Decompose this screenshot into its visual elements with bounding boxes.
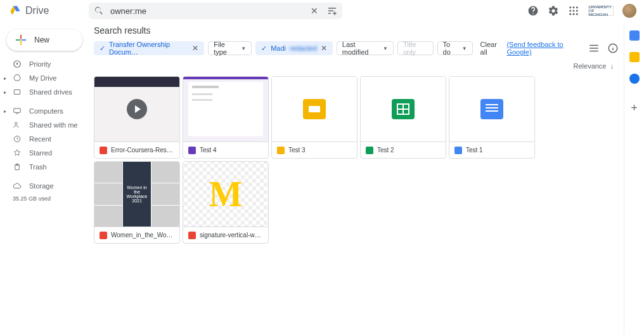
file-card[interactable]: Error-Coursera-Results.we… <box>94 76 180 159</box>
chip-file-type[interactable]: File type ▼ <box>208 41 252 55</box>
file-card[interactable]: Test 3 <box>271 76 357 159</box>
info-icon[interactable] <box>607 43 619 54</box>
side-panel: + <box>624 22 644 335</box>
arrow-down-icon: ↓ <box>610 62 614 70</box>
star-icon <box>13 148 22 157</box>
play-icon <box>127 99 147 119</box>
sort-control[interactable]: Relevance ↓ <box>94 62 619 70</box>
chip-person[interactable]: ✓ Madi redacted ✕ <box>255 41 333 55</box>
remove-chip-icon[interactable]: ✕ <box>321 44 327 53</box>
sidebar: New Priority ▸ My Drive ▸ Shared drives … <box>0 22 89 335</box>
svg-point-8 <box>576 13 578 15</box>
sidebar-item-starred[interactable]: Starred <box>0 146 89 160</box>
storage-used: 35.25 GB used <box>0 195 89 202</box>
chip-title-only[interactable]: Title only <box>397 41 434 55</box>
sidebar-item-shared-drives[interactable]: ▸ Shared drives <box>0 85 89 99</box>
sidebar-item-my-drive[interactable]: ▸ My Drive <box>0 71 89 85</box>
computer-icon <box>13 107 22 115</box>
chip-transfer-ownership[interactable]: ✓ Transfer Ownership Docum… ✕ <box>94 41 204 55</box>
priority-icon <box>13 60 22 69</box>
settings-icon[interactable] <box>548 5 559 16</box>
forms-file-icon <box>188 147 196 154</box>
remove-chip-icon[interactable]: ✕ <box>192 44 198 53</box>
search-input[interactable] <box>110 6 302 16</box>
clear-all-button[interactable]: Clear all <box>480 41 503 56</box>
svg-point-12 <box>15 122 18 125</box>
chevron-down-icon: ▼ <box>462 46 467 51</box>
plus-icon <box>14 33 28 47</box>
chevron-down-icon: ▼ <box>241 46 246 51</box>
michigan-m-icon: M <box>209 174 243 214</box>
svg-point-1 <box>573 6 575 8</box>
docs-file-icon <box>454 147 462 154</box>
clock-icon <box>13 135 22 143</box>
svg-point-2 <box>576 6 578 8</box>
people-icon <box>13 121 22 129</box>
add-addon-icon[interactable]: + <box>631 102 638 115</box>
slides-file-icon <box>277 147 285 154</box>
svg-point-5 <box>576 10 578 12</box>
keep-addon-icon[interactable] <box>629 52 640 62</box>
help-icon[interactable] <box>527 5 539 16</box>
new-button[interactable]: New <box>6 29 82 51</box>
tasks-addon-icon[interactable] <box>629 74 640 84</box>
main-content: Search results ✓ Transfer Ownership Docu… <box>89 22 624 335</box>
feedback-link[interactable]: (Send feedback to Google) <box>506 41 581 56</box>
svg-rect-10 <box>14 90 20 95</box>
search-bar[interactable]: ✕ <box>89 3 342 19</box>
slides-thumb-icon <box>303 99 326 119</box>
search-icon <box>94 6 104 16</box>
file-card[interactable]: Test 4 <box>183 76 269 159</box>
search-options-icon[interactable] <box>327 6 337 16</box>
svg-point-4 <box>573 10 575 12</box>
chevron-down-icon: ▼ <box>383 46 388 51</box>
sheets-file-icon <box>366 147 373 154</box>
file-card[interactable]: Test 2 <box>360 76 446 159</box>
file-card[interactable]: Women in the Workplace 2021 Women_in_the… <box>94 161 180 244</box>
file-card[interactable]: M signature-vertical-white.png <box>183 161 269 244</box>
image-file-icon <box>188 232 196 239</box>
video-file-icon <box>100 147 107 154</box>
app-name: Drive <box>25 5 49 16</box>
page-title: Search results <box>94 25 619 36</box>
clear-search-icon[interactable]: ✕ <box>308 6 321 16</box>
caret-icon: ▸ <box>4 76 6 81</box>
chip-last-modified[interactable]: Last modified ▼ <box>337 41 394 55</box>
caret-icon: ▸ <box>4 89 6 95</box>
sidebar-item-recent[interactable]: Recent <box>0 132 89 146</box>
shared-drives-icon <box>13 88 22 96</box>
check-icon: ✓ <box>100 44 105 53</box>
caret-icon: ▸ <box>4 108 6 114</box>
drive-logo-icon <box>9 5 22 16</box>
sidebar-item-trash[interactable]: Trash <box>0 160 89 174</box>
account-avatar[interactable] <box>622 4 636 18</box>
svg-point-7 <box>573 13 575 15</box>
sidebar-item-shared-with-me[interactable]: Shared with me <box>0 118 89 132</box>
check-icon: ✓ <box>261 44 267 53</box>
drive-icon <box>13 74 22 82</box>
apps-icon[interactable] <box>568 5 579 16</box>
svg-point-3 <box>569 10 571 12</box>
svg-rect-11 <box>14 108 21 112</box>
chip-todo[interactable]: To do ▼ <box>437 41 473 55</box>
docs-thumb-icon <box>480 99 503 119</box>
svg-point-0 <box>569 6 571 8</box>
svg-point-6 <box>569 13 571 15</box>
file-grid: Error-Coursera-Results.we… Test 4 Test 3… <box>94 76 619 244</box>
sidebar-item-computers[interactable]: ▸ Computers <box>0 104 89 118</box>
sidebar-item-storage[interactable]: Storage <box>0 179 89 193</box>
pdf-file-icon <box>100 232 107 239</box>
calendar-addon-icon[interactable] <box>629 30 640 41</box>
file-card[interactable]: Test 1 <box>449 76 535 159</box>
trash-icon <box>13 162 22 171</box>
sidebar-item-priority[interactable]: Priority <box>0 57 89 71</box>
org-logo: UNIVERSITY OF MICHIGAN <box>588 6 614 16</box>
filter-chips-row: ✓ Transfer Ownership Docum… ✕ File type … <box>94 41 619 56</box>
drive-logo[interactable]: Drive <box>5 5 89 16</box>
cloud-icon <box>13 181 22 190</box>
sheets-thumb-icon <box>392 99 415 119</box>
list-view-icon[interactable] <box>588 43 600 54</box>
